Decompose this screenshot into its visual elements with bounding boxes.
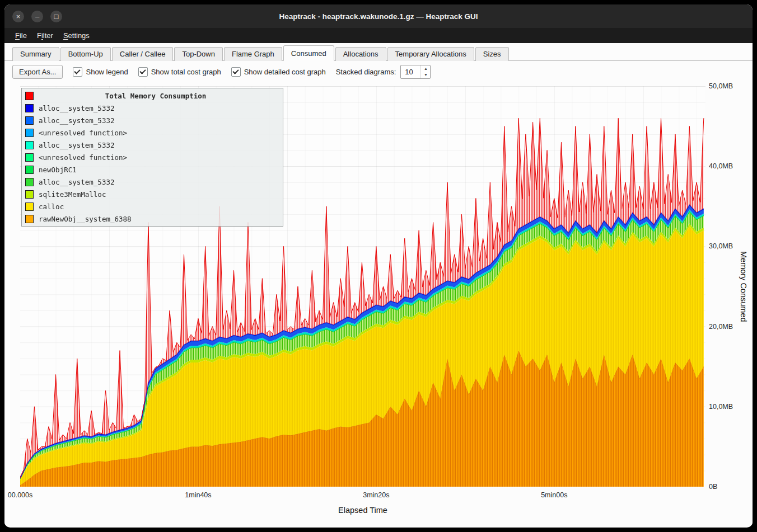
tab-consumed[interactable]: Consumed	[283, 45, 334, 61]
legend-item: alloc__system_5332	[22, 114, 283, 126]
legend-item: calloc	[22, 200, 283, 213]
legend-label: <unresolved function>	[39, 129, 127, 137]
legend-item: alloc__system_5332	[22, 102, 283, 114]
legend-item: <unresolved function>	[22, 151, 283, 163]
legend-label: alloc__system_5332	[39, 141, 114, 149]
spinbox-down-arrow[interactable]: ▼	[421, 72, 430, 78]
titlebar: × – □ Heaptrack - heaptrack.wakunode.1.g…	[4, 4, 753, 28]
legend-label: alloc__system_5332	[39, 178, 114, 186]
legend-item: alloc__system_5332	[22, 176, 283, 188]
close-button[interactable]: ×	[12, 11, 24, 22]
legend-label: alloc__system_5332	[39, 116, 114, 125]
x-axis-tick-label: 1min40s	[185, 491, 211, 499]
spinbox-value: 10	[401, 65, 420, 78]
stacked-diagrams-label: Stacked diagrams:	[336, 68, 396, 76]
legend-color-swatch	[25, 190, 34, 199]
checkbox-label: Show total cost graph	[151, 68, 221, 76]
tab-bar: SummaryBottom-UpCaller / CalleeTop-DownF…	[4, 43, 753, 61]
legend-color-swatch	[25, 178, 34, 186]
legend-color-swatch	[25, 116, 34, 125]
legend-label: Total Memory Consumption	[22, 92, 289, 100]
tab-sizes[interactable]: Sizes	[475, 47, 509, 61]
legend-item: <unresolved function>	[22, 126, 283, 139]
checkbox-show-total-cost-graph[interactable]: Show total cost graph	[138, 67, 221, 77]
x-axis-label: Elapsed Time	[20, 506, 705, 515]
x-axis-tick-label: 00.000s	[8, 491, 32, 499]
chart-area: Total Memory Consumptionalloc__system_53…	[4, 82, 753, 525]
legend-label: calloc	[39, 203, 64, 211]
tab-bottom-up[interactable]: Bottom-Up	[60, 47, 111, 61]
legend-color-swatch	[25, 104, 34, 112]
tab-caller-callee[interactable]: Caller / Callee	[112, 47, 174, 61]
legend-color-swatch	[25, 129, 34, 137]
maximize-button[interactable]: □	[50, 11, 62, 22]
y-axis-tick-label: 40,0MB	[709, 162, 733, 170]
toolbar: Export As... Show legendShow total cost …	[4, 61, 753, 82]
legend-title-row: Total Memory Consumption	[22, 90, 289, 102]
tab-temporary-allocations[interactable]: Temporary Allocations	[387, 47, 474, 61]
y-axis-tick-label: 30,0MB	[709, 242, 733, 250]
menubar: FileFilterSettings	[4, 28, 753, 43]
checkbox-box-icon[interactable]	[138, 67, 148, 77]
tab-allocations[interactable]: Allocations	[335, 47, 386, 61]
x-axis-tick-label: 3min20s	[363, 491, 389, 499]
checkbox-show-detailed-cost-graph[interactable]: Show detailed cost graph	[231, 67, 326, 77]
menu-settings[interactable]: Settings	[58, 29, 95, 42]
menu-file[interactable]: File	[10, 29, 32, 42]
minimize-button[interactable]: –	[31, 11, 43, 22]
legend-label: <unresolved function>	[39, 153, 127, 162]
tab-summary[interactable]: Summary	[12, 47, 59, 61]
close-icon: ×	[16, 13, 21, 20]
toolbar-checkboxes: Show legendShow total cost graphShow det…	[73, 67, 325, 77]
y-axis-tick-label: 10,0MB	[709, 403, 733, 411]
window-controls: × – □	[12, 4, 62, 28]
spinbox-arrows: ▲ ▼	[420, 65, 430, 78]
legend-item: alloc__system_5332	[22, 139, 283, 151]
export-as-button[interactable]: Export As...	[12, 65, 63, 79]
legend-color-swatch	[25, 203, 34, 211]
legend-color-swatch	[25, 141, 34, 149]
checkbox-label: Show legend	[86, 68, 128, 76]
legend-color-swatch	[25, 215, 34, 223]
legend-item: sqlite3MemMalloc	[22, 188, 283, 200]
tab-flame-graph[interactable]: Flame Graph	[224, 47, 282, 61]
y-axis-label: Memory Consumed	[739, 86, 748, 487]
y-axis-tick-label: 50,0MB	[709, 82, 733, 90]
checkbox-show-legend[interactable]: Show legend	[73, 67, 128, 77]
legend-color-swatch	[25, 166, 34, 174]
legend-color-swatch	[25, 153, 34, 162]
y-axis-tick-label: 0B	[709, 483, 717, 491]
menu-filter[interactable]: Filter	[32, 29, 58, 42]
legend-label: rawNewObj__system_6388	[39, 215, 132, 223]
legend-label: newObjRC1	[39, 166, 77, 174]
maximize-icon: □	[54, 13, 59, 20]
checkbox-box-icon[interactable]	[73, 67, 82, 77]
x-axis-tick-label: 5min00s	[541, 491, 567, 499]
legend-label: sqlite3MemMalloc	[39, 190, 106, 199]
checkbox-box-icon[interactable]	[231, 67, 241, 77]
legend-item: newObjRC1	[22, 163, 283, 176]
tab-top-down[interactable]: Top-Down	[174, 47, 223, 61]
y-axis-tick-label: 20,0MB	[709, 323, 733, 331]
minimize-icon: –	[35, 13, 39, 20]
app-window: × – □ Heaptrack - heaptrack.wakunode.1.g…	[4, 4, 753, 528]
spinbox-up-arrow[interactable]: ▲	[421, 65, 430, 72]
window-title: Heaptrack - heaptrack.wakunode.1.gz — He…	[4, 12, 753, 21]
stacked-diagrams-spinbox[interactable]: 10 ▲ ▼	[400, 65, 431, 79]
legend-item: rawNewObj__system_6388	[22, 213, 283, 225]
checkbox-label: Show detailed cost graph	[244, 68, 326, 76]
chart-legend: Total Memory Consumptionalloc__system_53…	[21, 88, 283, 227]
legend-label: alloc__system_5332	[39, 104, 114, 112]
